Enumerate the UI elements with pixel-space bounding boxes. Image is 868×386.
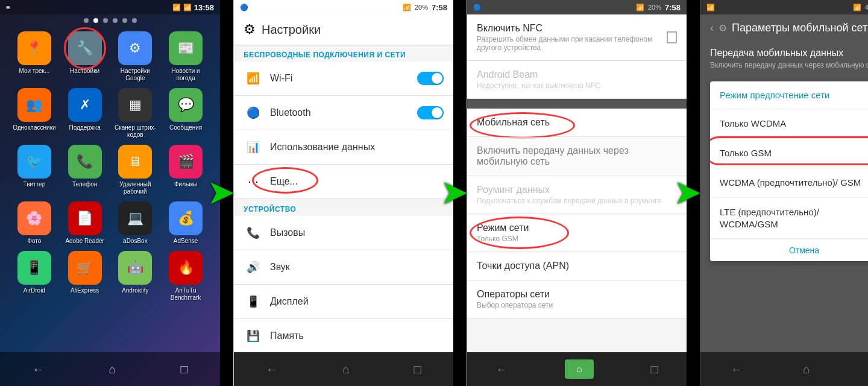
app-grid: 📍 Мои трек... 🔧 Настройки ⚙ Настройки Go… xyxy=(0,27,220,306)
memory-label: Память xyxy=(270,331,444,341)
cancel-button[interactable]: Отмена xyxy=(710,239,868,261)
back-button-4[interactable]: ← xyxy=(731,362,743,376)
data-usage-label: Использование данных xyxy=(270,142,444,153)
wcdma-only-option[interactable]: Только WCDMA xyxy=(710,109,868,139)
bottom-nav-4: ← ⌂ □ xyxy=(700,352,868,386)
app-androidify[interactable]: 🤖 Androidify xyxy=(113,251,158,302)
app-remote-label: Удаленный рабочий xyxy=(113,181,158,195)
calls-item[interactable]: 📞 Вызовы xyxy=(234,216,453,250)
app-dosbox[interactable]: 💻 aDosBox xyxy=(113,201,158,245)
bluetooth-icon: 🔵 xyxy=(244,103,263,122)
app-adobe-icon: 📄 xyxy=(68,201,102,235)
settings-panel: 🔵 📶 20% 7:58 ⚙ Настройки БЕСПРОВОДНЫЕ ПО… xyxy=(233,0,453,386)
app-barcode[interactable]: ▦ Сканер штрих-кодов xyxy=(113,88,158,139)
android-beam-title: Android Beam xyxy=(477,69,677,80)
app-aliexpress-icon: 🛒 xyxy=(68,251,102,285)
cancel-label: Отмена xyxy=(789,245,819,255)
app-support[interactable]: ✗ Поддержка xyxy=(63,88,107,139)
wcdma-only-label: Только WCDMA xyxy=(720,118,786,130)
app-airdroid-icon: 📱 xyxy=(17,251,51,285)
app-settings-icon: 🔧 xyxy=(68,31,102,65)
more-item[interactable]: ⋯ Еще... xyxy=(234,165,453,199)
app-remote[interactable]: 🖥 Удаленный рабочий xyxy=(113,145,158,195)
wifi-icon-3: 📶 xyxy=(636,4,644,11)
app-news[interactable]: 📰 Новости и погода xyxy=(163,31,208,82)
network-mode-modal: Режим предпочтение сети Только WCDMA Тол… xyxy=(710,81,868,261)
app-odnoklassniki-label: Одноклассники xyxy=(13,124,55,131)
battery-label-3: 20% xyxy=(648,4,661,11)
app-phone[interactable]: 📞 Телефон xyxy=(63,145,107,195)
gsm-only-option[interactable]: Только GSM xyxy=(710,139,868,168)
app-movies[interactable]: 🎬 Фильмы xyxy=(163,145,208,195)
app-google-settings[interactable]: ⚙ Настройки Google xyxy=(113,31,158,82)
app-twitter-label: Твиттер xyxy=(24,181,46,188)
app-mytracks-icon: 📍 xyxy=(17,31,51,65)
nfc-item[interactable]: Включить NFC Разрешить обмен данными при… xyxy=(467,14,687,61)
android-beam-sub: Недоступно, так как выключена NFC xyxy=(477,81,677,90)
panel4-info-section: Передача мобильных данных Включить перед… xyxy=(700,42,868,75)
app-photos[interactable]: 🌸 Фото xyxy=(12,201,57,245)
sound-item[interactable]: 🔊 Звук xyxy=(234,250,453,285)
data-transfer-title: Включить передачу данных через мобильную… xyxy=(477,145,677,167)
operators-sub: Выбор оператора сети xyxy=(477,301,677,309)
memory-item[interactable]: 💾 Память xyxy=(234,319,453,353)
home-highlight-3[interactable]: ⌂ xyxy=(565,359,594,379)
home-button-3[interactable]: ⌂ xyxy=(576,364,582,375)
app-antutu[interactable]: 🔥 AnTuTu Benchmark xyxy=(163,251,208,302)
recents-button-3[interactable]: □ xyxy=(651,362,658,376)
back-button-3[interactable]: ← xyxy=(495,362,508,376)
dot-6 xyxy=(132,18,137,23)
display-item[interactable]: 📱 Дисплей xyxy=(234,285,453,319)
status-right-4: 📶 43% 10:08 xyxy=(853,3,868,12)
dot-4 xyxy=(113,18,118,23)
home-button-4[interactable]: ⌂ xyxy=(803,362,810,376)
wifi-item-label: Wi-Fi xyxy=(270,73,417,84)
bt-icon-3: 🔵 xyxy=(473,4,482,11)
app-messages[interactable]: 💬 Сообщения xyxy=(163,88,208,139)
wifi-icon-2: 📶 xyxy=(403,4,411,11)
app-adsense-icon: 💰 xyxy=(169,201,203,235)
data-usage-icon: 📊 xyxy=(244,138,263,157)
app-odnoklassniki[interactable]: 👥 Одноклассники xyxy=(12,88,57,139)
display-label: Дисплей xyxy=(270,296,444,307)
app-airdroid[interactable]: 📱 AirDroid xyxy=(12,251,57,302)
app-mytracks[interactable]: 📍 Мои трек... xyxy=(12,31,57,82)
operators-item[interactable]: Операторы сети Выбор оператора сети xyxy=(467,280,687,318)
back-button-1[interactable]: ← xyxy=(32,362,44,376)
home-screen-panel: ≡ 📶 📶 13:58 📍 Мои трек... 🔧 Настройки ⚙ xyxy=(0,0,220,386)
bluetooth-toggle[interactable] xyxy=(417,106,444,119)
app-barcode-label: Сканер штрих-кодов xyxy=(113,124,158,139)
display-icon: 📱 xyxy=(244,292,263,311)
network-mode-item[interactable]: Режим сети Только GSM xyxy=(467,214,687,252)
wifi-toggle[interactable] xyxy=(417,72,444,85)
wcdma-gsm-option[interactable]: WCDMA (предпочтительно)/ GSM xyxy=(710,168,868,198)
app-photos-icon: 🌸 xyxy=(17,201,51,235)
wifi-item[interactable]: 📶 Wi-Fi xyxy=(234,62,453,96)
gsm-only-label: Только GSM xyxy=(720,147,772,159)
app-aliexpress[interactable]: 🛒 AliExpress xyxy=(63,251,107,302)
app-twitter[interactable]: 🐦 Твиттер xyxy=(12,145,57,195)
settings-icon: ⚙ xyxy=(244,22,256,37)
app-phone-label: Телефон xyxy=(72,181,97,188)
mobile-network-item[interactable]: Мобильная сеть xyxy=(467,109,687,137)
app-adobe[interactable]: 📄 Adobe Reader xyxy=(63,201,107,245)
back-button-2[interactable]: ← xyxy=(266,362,278,376)
home-button-2[interactable]: ⌂ xyxy=(342,362,350,376)
bottom-nav-2: ← ⌂ □ xyxy=(234,352,453,386)
bluetooth-item[interactable]: 🔵 Bluetooth xyxy=(234,96,453,130)
apn-item[interactable]: Точки доступа (APN) xyxy=(467,252,687,280)
recents-button-2[interactable]: □ xyxy=(414,362,421,376)
lte-option[interactable]: LTE (предпочтительно)/ WCDMA/GSM xyxy=(710,198,868,239)
network-mode-title: Режим сети xyxy=(477,223,677,233)
battery-label-4: 43% xyxy=(865,4,868,11)
app-dosbox-label: aDosBox xyxy=(123,238,148,245)
app-adsense[interactable]: 💰 AdSense xyxy=(163,201,208,245)
home-button-1[interactable]: ⌂ xyxy=(108,362,116,376)
recents-button-1[interactable]: □ xyxy=(180,362,187,376)
app-google-settings-label: Настройки Google xyxy=(113,68,158,82)
status-bar-4: 📶 📶 43% 10:08 xyxy=(700,0,868,14)
data-usage-item[interactable]: 📊 Использование данных xyxy=(234,130,453,165)
app-settings[interactable]: 🔧 Настройки xyxy=(63,31,107,82)
settings-header: ⚙ Настройки xyxy=(234,14,453,45)
dot-1 xyxy=(84,18,89,23)
